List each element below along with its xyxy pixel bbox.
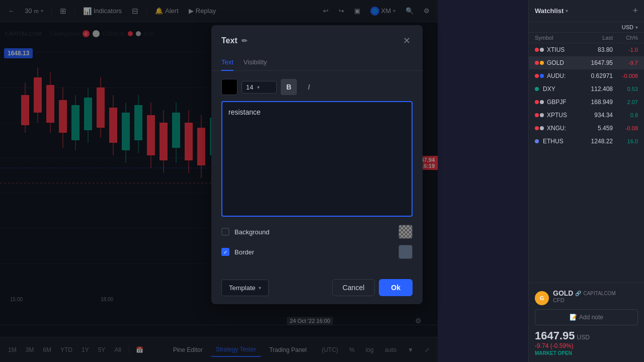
watchlist-arrow[interactable]: ▾: [566, 8, 568, 14]
edit-icon[interactable]: ✏: [242, 37, 248, 45]
watchlist-item[interactable]: XNGU: 5.459 -0.08: [529, 122, 644, 135]
item-symbol-row: XPTUS: [535, 112, 583, 119]
ok-btn[interactable]: Ok: [379, 279, 413, 296]
watchlist-item[interactable]: ETHUS 1248.22 16.0: [529, 135, 644, 148]
dialog-tabs: Text Visibility: [211, 48, 423, 71]
panel-header: Watchlist ▾ +: [529, 0, 644, 22]
gold-price: 1647.95: [535, 329, 575, 342]
col-symbol: Symbol: [535, 35, 583, 41]
market-status: MARKET OPEN: [535, 350, 638, 356]
item-name: XTIUS: [547, 46, 565, 53]
gold-price-row: 1647.95 USD: [535, 329, 638, 342]
flag-1: [535, 74, 539, 78]
footer-actions: Cancel Ok: [332, 279, 413, 296]
bold-btn[interactable]: B: [281, 79, 297, 95]
flag-1: [535, 100, 539, 104]
font-size-select[interactable]: 14 ▾: [242, 81, 277, 94]
watchlist-item[interactable]: AUDU: 0.62971 -0.008: [529, 69, 644, 82]
item-flags: [535, 113, 544, 117]
font-controls: 14 ▾ B I: [221, 79, 413, 95]
background-color-swatch[interactable]: [398, 225, 413, 239]
gold-price-section: 1647.95 USD -9.74 (-0.59%) MARKET OPEN: [535, 329, 638, 356]
tab-text[interactable]: Text: [221, 54, 233, 71]
item-symbol-row: XNGU:: [535, 125, 583, 132]
add-note-label: Add note: [579, 314, 603, 321]
flag-2: [540, 74, 544, 78]
gold-type: CFD: [553, 297, 616, 303]
dialog-footer: Template ▾ Cancel Ok: [211, 273, 423, 304]
watchlist-item[interactable]: GBPJF 168.949 2.07: [529, 96, 644, 109]
item-change: -0.08: [613, 125, 638, 131]
watchlist-item[interactable]: XTIUS 83.80 -1.0: [529, 43, 644, 56]
flag: [535, 139, 539, 143]
border-color-swatch[interactable]: [398, 245, 413, 259]
item-change: 0.53: [613, 86, 638, 92]
watchlist-item[interactable]: GOLD 1647.95 -9.7: [529, 56, 644, 69]
currency-arrow[interactable]: ▾: [635, 25, 638, 30]
italic-btn[interactable]: I: [301, 79, 317, 95]
chevron-down-icon: ▾: [257, 84, 260, 90]
gold-icon: G: [535, 291, 549, 305]
watchlist-item[interactable]: DXY 112.408 0.53: [529, 82, 644, 96]
dialog-title-text: Text: [221, 36, 237, 45]
item-flags: [535, 126, 544, 130]
item-symbol-row: DXY: [535, 85, 583, 93]
text-dialog: Text ✏ ✕ Text Visibility 14 ▾ B I resist…: [211, 25, 423, 304]
gold-name-row: GOLD 🔗 CAPITALCOM: [553, 289, 616, 297]
background-label: Background: [234, 228, 393, 236]
item-price: 934.34: [583, 112, 613, 119]
add-note-btn[interactable]: 📝 Add note: [535, 309, 638, 325]
gold-link-icon[interactable]: 🔗: [575, 291, 581, 296]
watchlist-items: XTIUS 83.80 -1.0 GOLD 1647.95 -9.7: [529, 43, 644, 283]
close-btn[interactable]: ✕: [401, 33, 413, 48]
item-change: -0.008: [613, 73, 638, 79]
gold-currency: USD: [577, 334, 590, 341]
flag-2: [540, 61, 544, 65]
item-flags: [535, 100, 544, 104]
watchlist-item[interactable]: XPTUS 934.34 0.8: [529, 109, 644, 122]
note-icon: 📝: [570, 314, 577, 321]
item-symbol-row: ETHUS: [535, 138, 583, 145]
gold-source: CAPITALCOM: [583, 291, 615, 296]
item-symbol-row: GBPJF: [535, 99, 583, 106]
gold-name: GOLD: [553, 289, 573, 297]
item-name: XPTUS: [547, 112, 567, 119]
border-row: Border: [221, 245, 413, 259]
item-name: GBPJF: [547, 99, 567, 106]
template-btn[interactable]: Template ▾: [221, 280, 269, 296]
item-price: 0.62971: [583, 72, 613, 79]
border-checkbox[interactable]: [221, 248, 229, 256]
item-price: 83.80: [583, 46, 613, 53]
dialog-body: 14 ▾ B I resistance Background Border: [211, 71, 423, 273]
col-last: Last: [583, 35, 613, 41]
flag-1: [535, 126, 539, 130]
item-price: 168.949: [583, 99, 613, 106]
item-change: -9.7: [613, 60, 638, 66]
tab-visibility[interactable]: Visibility: [244, 54, 267, 71]
flag: [535, 87, 539, 91]
currency-row: USD ▾: [529, 22, 644, 33]
color-swatch[interactable]: [221, 79, 237, 95]
add-watchlist-btn[interactable]: +: [632, 6, 638, 16]
item-change: -1.0: [613, 47, 638, 53]
gold-change: -9.74 (-0.59%): [535, 342, 638, 349]
options-section: Background Border: [221, 225, 413, 259]
flag-1: [535, 61, 539, 65]
cancel-btn[interactable]: Cancel: [332, 279, 375, 296]
background-checkbox[interactable]: [221, 228, 229, 236]
text-input[interactable]: resistance: [221, 101, 413, 217]
item-flags: [535, 74, 544, 78]
template-label: Template: [229, 284, 256, 292]
flag-2: [540, 113, 544, 117]
watchlist-title[interactable]: Watchlist: [535, 7, 564, 15]
item-change: 2.07: [613, 99, 638, 105]
flag-2: [540, 100, 544, 104]
item-change: 16.0: [613, 138, 638, 144]
item-price: 5.459: [583, 125, 613, 132]
item-name: GOLD: [547, 59, 564, 66]
template-arrow-icon: ▾: [259, 285, 261, 291]
watchlist-header: Watchlist ▾: [535, 7, 568, 15]
background-row: Background: [221, 225, 413, 239]
item-price: 1248.22: [583, 138, 613, 145]
gold-info: GOLD 🔗 CAPITALCOM CFD: [553, 289, 616, 307]
